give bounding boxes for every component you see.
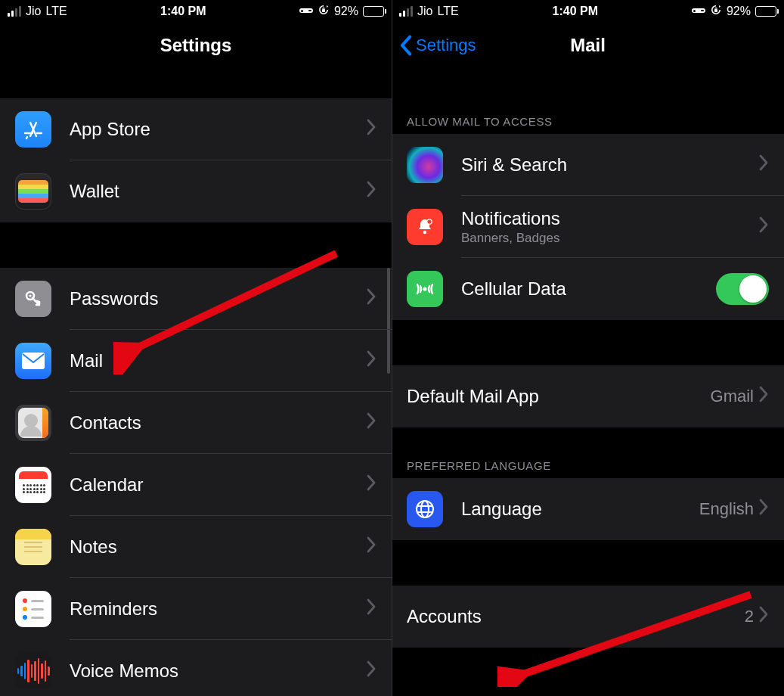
svg-rect-3 <box>322 9 325 12</box>
phone-settings: Jio LTE 1:40 PM 92% Settings <box>0 0 392 696</box>
clock-label: 1:40 PM <box>553 5 598 18</box>
notifications-icon <box>407 209 443 245</box>
chevron-right-icon <box>366 536 377 558</box>
nav-bar: Settings Mail <box>392 23 784 68</box>
settings-row-passwords[interactable]: Passwords <box>0 268 392 330</box>
chevron-right-icon <box>758 499 769 520</box>
chevron-right-icon <box>758 216 769 238</box>
settings-row-mail[interactable]: Mail <box>0 330 392 392</box>
voice-memos-label: Voice Memos <box>70 660 366 682</box>
settings-row-calendar[interactable]: Calendar <box>0 454 392 516</box>
chevron-right-icon <box>366 660 377 682</box>
key-icon <box>15 281 51 317</box>
back-label: Settings <box>416 36 476 55</box>
network-label: LTE <box>437 5 458 18</box>
default-app-value: Gmail <box>711 387 754 406</box>
siri-label: Siri & Search <box>461 154 758 176</box>
nav-bar: Settings <box>0 23 392 68</box>
phone-mail: Jio LTE 1:40 PM 92% Settings Mail <box>392 0 784 696</box>
status-bar: Jio LTE 1:40 PM 92% <box>0 0 392 23</box>
accounts-value: 2 <box>745 607 754 626</box>
chevron-right-icon <box>366 474 377 496</box>
battery-pct-label: 92% <box>334 5 358 18</box>
svg-rect-12 <box>693 10 696 12</box>
settings-row-voice-memos[interactable]: Voice Memos <box>0 640 392 696</box>
cellular-toggle[interactable] <box>716 273 769 305</box>
page-title: Settings <box>160 35 232 56</box>
back-button[interactable]: Settings <box>399 35 476 56</box>
mail-row-siri-search[interactable]: Siri & Search <box>392 134 784 196</box>
mail-row-accounts[interactable]: Accounts 2 <box>392 586 784 648</box>
wallet-label: Wallet <box>70 181 366 202</box>
orientation-lock-icon <box>318 5 330 19</box>
network-label: LTE <box>45 5 67 18</box>
svg-point-17 <box>423 287 426 291</box>
mail-row-cellular-data[interactable]: Cellular Data <box>392 258 784 320</box>
chevron-right-icon <box>366 350 377 371</box>
contacts-label: Contacts <box>70 412 366 433</box>
chevron-left-icon <box>399 35 413 56</box>
reminders-label: Reminders <box>70 598 366 620</box>
carrier-label: Jio <box>26 5 41 18</box>
app-store-icon <box>15 111 51 148</box>
language-value: English <box>699 499 754 519</box>
reminders-icon <box>15 591 51 627</box>
globe-icon <box>407 491 443 527</box>
svg-point-15 <box>423 231 426 234</box>
svg-point-19 <box>421 501 429 517</box>
clock-label: 1:40 PM <box>160 5 206 18</box>
settings-row-reminders[interactable]: Reminders <box>0 578 392 640</box>
language-label: Language <box>461 499 699 520</box>
settings-row-app-store[interactable]: App Store <box>0 98 392 160</box>
mail-row-default-app[interactable]: Default Mail App Gmail <box>392 365 784 427</box>
notifications-label: Notifications <box>461 208 560 229</box>
svg-rect-2 <box>308 10 311 11</box>
chevron-right-icon <box>366 288 377 309</box>
app-store-label: App Store <box>70 119 366 140</box>
chevron-right-icon <box>758 154 769 176</box>
svg-point-18 <box>417 501 433 517</box>
cellular-label: Cellular Data <box>461 278 716 300</box>
mail-icon <box>15 343 51 379</box>
svg-rect-6 <box>22 353 45 369</box>
svg-rect-14 <box>714 9 717 12</box>
carrier-label: Jio <box>417 5 432 18</box>
dnd-icon <box>299 5 313 17</box>
chevron-right-icon <box>758 386 769 407</box>
battery-icon <box>755 6 776 17</box>
mail-row-notifications[interactable]: Notifications Banners, Badges <box>392 196 784 258</box>
notes-label: Notes <box>70 536 366 558</box>
page-title: Mail <box>570 35 606 56</box>
passwords-label: Passwords <box>70 288 366 309</box>
mail-row-language[interactable]: Language English <box>392 478 784 540</box>
settings-row-wallet[interactable]: Wallet <box>0 160 392 222</box>
signal-icon <box>399 6 413 17</box>
settings-row-contacts[interactable]: Contacts <box>0 392 392 454</box>
svg-point-16 <box>427 219 432 224</box>
calendar-label: Calendar <box>70 474 366 496</box>
notifications-subtitle: Banners, Badges <box>461 231 560 246</box>
chevron-right-icon <box>366 119 377 140</box>
settings-row-notes[interactable]: Notes <box>0 516 392 578</box>
section-header-preferred-language: PREFERRED LANGUAGE <box>392 427 784 478</box>
battery-icon <box>363 6 384 17</box>
cellular-icon <box>407 271 443 307</box>
default-app-label: Default Mail App <box>407 386 711 407</box>
chevron-right-icon <box>366 412 377 433</box>
dnd-icon <box>692 5 705 17</box>
signal-icon <box>8 6 21 17</box>
chevron-right-icon <box>758 606 769 627</box>
accounts-label: Accounts <box>407 606 745 627</box>
battery-pct-label: 92% <box>727 5 751 18</box>
chevron-right-icon <box>366 181 377 202</box>
notes-icon <box>15 529 51 565</box>
section-header-allow-access: ALLOW MAIL TO ACCESS <box>392 68 784 134</box>
calendar-icon <box>15 467 51 503</box>
orientation-lock-icon <box>710 5 722 19</box>
contacts-icon <box>15 405 51 441</box>
voice-memos-icon <box>15 653 51 689</box>
mail-label: Mail <box>70 350 366 371</box>
chevron-right-icon <box>366 598 377 620</box>
siri-icon <box>407 147 443 183</box>
wallet-icon <box>15 173 51 210</box>
